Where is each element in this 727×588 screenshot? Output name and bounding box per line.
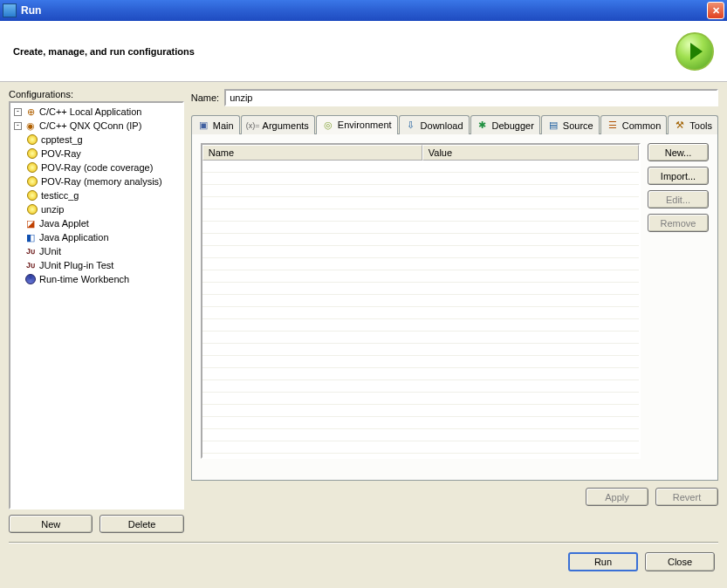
tree-item-label: C/C++ QNX QConn (IP) [39, 120, 141, 131]
tree-item[interactable]: ◪Java Applet [12, 216, 181, 230]
header-subtitle: Create, manage, and run configurations [13, 46, 676, 57]
tree-item[interactable]: testicc_g [12, 188, 181, 202]
tree-item-label: JUnit Plug-in Test [39, 260, 113, 270]
env-row[interactable] [202, 344, 639, 356]
tree-item[interactable]: POV-Ray (code coverage) [12, 161, 181, 174]
env-row[interactable] [202, 234, 639, 246]
env-row[interactable] [202, 161, 639, 173]
new-config-button[interactable]: New [9, 515, 93, 533]
tab-bar: ▣Main(x)=Arguments◎Environment⇩Download✱… [191, 115, 718, 134]
tree-item-label: testicc_g [41, 190, 79, 201]
tree-item[interactable]: POV-Ray [12, 147, 181, 161]
tree-item[interactable]: JᴜJUnit [12, 244, 181, 258]
env-row[interactable] [202, 246, 639, 258]
env-row[interactable] [202, 173, 639, 185]
configurations-tree[interactable]: -⊕C/C++ Local Application-◉C/C++ QNX QCo… [9, 101, 184, 509]
env-edit-button[interactable]: Edit... [648, 190, 709, 209]
env-row[interactable] [202, 441, 639, 454]
run-config-icon [26, 175, 38, 188]
env-col-name[interactable]: Name [202, 145, 422, 161]
junit-icon: Jᴜ [24, 259, 37, 271]
run-config-icon [26, 147, 38, 160]
env-row[interactable] [202, 197, 639, 209]
env-row[interactable] [202, 283, 639, 295]
env-row[interactable] [202, 307, 639, 319]
tab-tools[interactable]: ⚒Tools [668, 115, 718, 134]
tab-main[interactable]: ▣Main [191, 115, 240, 134]
close-button[interactable]: Close [645, 552, 715, 571]
env-table[interactable]: Name Value [201, 143, 641, 459]
env-row[interactable] [202, 356, 639, 368]
env-row[interactable] [202, 185, 639, 197]
env-row[interactable] [202, 368, 639, 380]
tree-item-label: cpptest_g [41, 134, 83, 145]
tab-label: Source [563, 120, 593, 131]
tab-label: Download [421, 120, 463, 131]
tree-item[interactable]: Run-time Workbench [12, 272, 181, 286]
tree-item-label: POV-Ray (memory analysis) [41, 176, 162, 187]
tab-label: Debugger [492, 120, 534, 131]
tab-download[interactable]: ⇩Download [399, 115, 470, 134]
apply-button[interactable]: Apply [586, 488, 648, 506]
env-row[interactable] [202, 405, 639, 417]
java-applet-icon: ◪ [24, 217, 37, 229]
env-row[interactable] [202, 429, 639, 441]
run-config-icon [26, 189, 38, 202]
junit-icon: Jᴜ [24, 245, 37, 257]
run-config-icon [26, 161, 38, 174]
tree-item[interactable]: -⊕C/C++ Local Application [12, 105, 181, 119]
env-icon: ◎ [322, 119, 334, 131]
src-icon: ▤ [547, 120, 559, 132]
delete-config-button[interactable]: Delete [99, 515, 183, 533]
cmn-icon: ☰ [607, 120, 619, 132]
env-row[interactable] [202, 380, 639, 393]
name-input[interactable] [224, 89, 718, 106]
env-row[interactable] [202, 393, 639, 405]
env-row[interactable] [202, 295, 639, 307]
tree-item[interactable]: -◉C/C++ QNX QConn (IP) [12, 119, 181, 133]
tree-item-label: Java Application [39, 232, 109, 243]
env-col-value[interactable]: Value [422, 145, 639, 161]
window-close-button[interactable]: ✕ [707, 2, 724, 19]
env-row[interactable] [202, 270, 639, 283]
tree-toggle[interactable]: - [14, 108, 22, 116]
tree-item-label: C/C++ Local Application [39, 106, 141, 117]
tab-debugger[interactable]: ✱Debugger [470, 115, 540, 134]
env-row[interactable] [202, 417, 639, 429]
env-row[interactable] [202, 222, 639, 234]
c-app-icon: ⊕ [24, 106, 37, 118]
window-title: Run [21, 4, 707, 17]
eclipse-icon [24, 273, 37, 285]
tab-source[interactable]: ▤Source [541, 115, 600, 134]
tab-arguments[interactable]: (x)=Arguments [241, 115, 315, 134]
tree-item[interactable]: ◧Java Application [12, 230, 181, 244]
tab-environment[interactable]: ◎Environment [316, 115, 398, 134]
separator [9, 542, 718, 544]
env-import-button[interactable]: Import... [648, 167, 709, 185]
name-label: Name: [191, 92, 219, 103]
qnx-icon: ◉ [24, 120, 37, 132]
tree-item-label: unzip [41, 204, 64, 215]
tree-item[interactable]: unzip [12, 202, 181, 216]
tab-label: Environment [338, 120, 392, 130]
revert-button[interactable]: Revert [655, 488, 718, 506]
env-row[interactable] [202, 258, 639, 270]
run-button[interactable]: Run [568, 552, 638, 571]
run-config-icon [26, 203, 38, 215]
tree-item[interactable]: JᴜJUnit Plug-in Test [12, 258, 181, 272]
tools-icon: ⚒ [674, 120, 686, 132]
env-row[interactable] [202, 319, 639, 332]
tree-toggle[interactable]: - [14, 122, 22, 130]
tree-item[interactable]: cpptest_g [12, 133, 181, 147]
args-icon: (x)= [247, 120, 259, 132]
env-remove-button[interactable]: Remove [648, 214, 709, 232]
tree-item-label: Run-time Workbench [39, 274, 129, 284]
tab-label: Tools [689, 120, 712, 131]
tree-item[interactable]: POV-Ray (memory analysis) [12, 174, 181, 188]
env-row[interactable] [202, 332, 639, 344]
dl-icon: ⇩ [405, 120, 417, 132]
app-icon [3, 3, 17, 17]
env-new-button[interactable]: New... [648, 143, 709, 161]
env-row[interactable] [202, 209, 639, 222]
tab-common[interactable]: ☰Common [600, 115, 668, 134]
